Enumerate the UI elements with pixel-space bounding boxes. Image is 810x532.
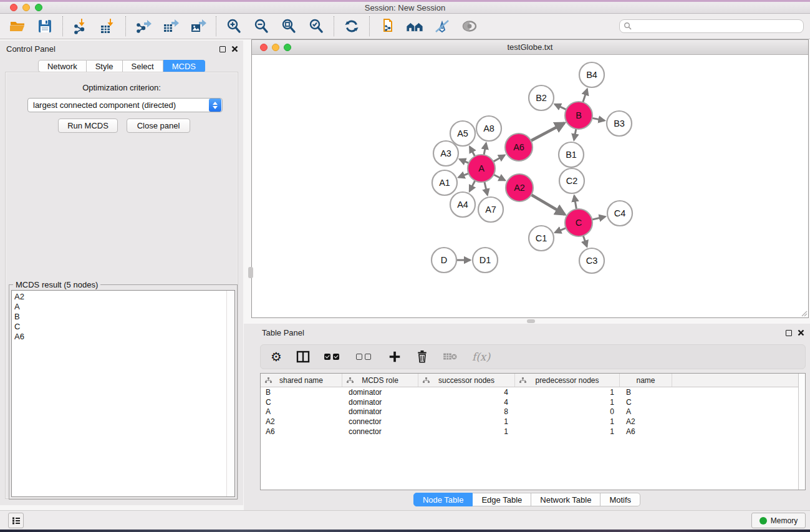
column-header-predecessor-nodes[interactable]: predecessor nodes — [515, 374, 620, 387]
tab-node-table[interactable]: Node Table — [413, 493, 473, 506]
edge-A-A1[interactable] — [458, 173, 469, 178]
node-label-A7: A7 — [485, 205, 496, 215]
table-row[interactable]: A2 connector 1 1 A2 — [261, 417, 798, 427]
import-table-button[interactable] — [99, 17, 117, 35]
edge-C-C2[interactable] — [574, 196, 577, 210]
close-panel-icon[interactable] — [231, 46, 238, 52]
table-row[interactable]: C dominator 4 1 C — [261, 397, 798, 407]
node-label-A8: A8 — [483, 123, 494, 133]
float-panel-icon[interactable] — [219, 46, 226, 52]
table-row[interactable]: A dominator 8 0 A — [261, 407, 798, 417]
tab-select[interactable]: Select — [123, 60, 163, 72]
table-body: B dominator 4 1 B C dominator 4 1 C A do… — [261, 387, 798, 436]
node-label-A3: A3 — [440, 148, 451, 158]
edge-B-B2[interactable] — [555, 104, 567, 110]
tab-style[interactable]: Style — [87, 60, 123, 72]
close-panel-button[interactable]: Close panel — [127, 118, 190, 133]
edge-B-B3[interactable] — [592, 118, 605, 120]
clone-network-button[interactable] — [378, 17, 396, 35]
save-session-button[interactable] — [36, 17, 54, 35]
table-scrollbar[interactable] — [798, 374, 805, 490]
deselect-all-columns-icon[interactable] — [356, 351, 374, 362]
desktop-horizontal-scroll-thumb[interactable] — [527, 319, 535, 323]
column-type-icon — [519, 377, 526, 384]
edge-A-A2[interactable] — [493, 175, 505, 181]
tab-network-table[interactable]: Network Table — [531, 493, 600, 506]
export-image-button[interactable] — [190, 17, 207, 35]
result-list-scrollbar[interactable] — [226, 291, 234, 496]
run-mcds-button[interactable]: Run MCDS — [58, 118, 118, 133]
hide-graphics-details-button[interactable] — [433, 17, 451, 35]
table-row[interactable]: B dominator 4 1 B — [261, 387, 798, 397]
column-header-successor-nodes[interactable]: successor nodes — [418, 374, 515, 387]
export-image-icon — [190, 18, 206, 34]
edge-A-A4[interactable] — [470, 180, 475, 191]
delete-table-icon[interactable] — [443, 351, 458, 362]
zoom-out-button[interactable] — [253, 17, 270, 35]
edge-A-A5[interactable] — [470, 147, 475, 157]
window-resize-grip[interactable] — [800, 309, 808, 317]
edge-A-A6[interactable] — [493, 155, 504, 162]
memory-button[interactable]: Memory — [751, 513, 806, 528]
app-titlebar[interactable]: Session: New Session — [0, 2, 810, 14]
open-session-button[interactable] — [9, 17, 26, 35]
column-header-name[interactable]: name — [620, 374, 672, 387]
edge-B-B1[interactable] — [574, 128, 576, 140]
close-table-panel-icon[interactable] — [798, 329, 804, 336]
network-window-titlebar[interactable]: testGlobe.txt — [252, 40, 808, 55]
control-panel-tabs: Network Style Select MCDS — [0, 60, 243, 72]
select-all-columns-icon[interactable] — [324, 351, 342, 362]
edge-C-C1[interactable] — [555, 228, 566, 233]
table-panel-title: Table Panel — [262, 328, 304, 337]
import-network-icon — [72, 18, 89, 34]
edge-C-C3[interactable] — [583, 235, 587, 246]
desktop-wallpaper-strip — [0, 530, 810, 532]
edge-A-A8[interactable] — [484, 143, 486, 156]
apply-preferred-layout-button[interactable] — [343, 17, 360, 35]
tab-network[interactable]: Network — [38, 60, 87, 72]
edge-A-A3[interactable] — [460, 159, 470, 163]
mcds-result-group: MCDS result (5 nodes) A2 A B C A6 — [9, 284, 238, 500]
desktop-vertical-scroll-thumb[interactable] — [248, 267, 253, 278]
tab-mcds[interactable]: MCDS — [163, 60, 205, 72]
export-network-icon — [135, 18, 152, 34]
table-row[interactable]: A6 connector 1 1 A6 — [261, 427, 798, 437]
column-type-icon — [265, 377, 272, 384]
memory-status-icon — [759, 517, 767, 525]
dropdown-stepper-icon[interactable] — [209, 99, 221, 112]
zoom-in-button[interactable] — [225, 17, 243, 35]
export-table-button[interactable] — [162, 17, 180, 35]
mcds-result-title: MCDS result (5 nodes) — [13, 280, 100, 289]
export-network-button[interactable] — [135, 17, 152, 35]
split-panel-icon[interactable] — [296, 350, 310, 364]
node-label-B3: B3 — [614, 118, 625, 128]
column-settings-icon[interactable]: ⚙ — [271, 351, 282, 363]
mcds-result-list[interactable]: A2 A B C A6 — [11, 290, 235, 497]
show-hide-panels-button[interactable] — [461, 17, 478, 35]
open-cybrowser-button[interactable] — [406, 17, 423, 35]
network-canvas[interactable]: B4B2BB3B1A5A8A3A6AA1A4A7A2C2CC4C1C3DD1 — [252, 55, 808, 317]
node-table: shared name MCDS role successor nodes pr… — [260, 373, 806, 490]
delete-column-icon[interactable] — [416, 350, 428, 364]
edge-A2-C[interactable] — [531, 195, 565, 215]
edge-B-B4[interactable] — [582, 89, 587, 103]
network-graph[interactable]: B4B2BB3B1A5A8A3A6AA1A4A7A2C2CC4C1C3DD1 — [252, 55, 808, 317]
tab-motifs[interactable]: Motifs — [600, 493, 640, 506]
zoom-selected-button[interactable] — [307, 17, 325, 35]
float-table-panel-icon[interactable] — [786, 330, 792, 336]
edge-A6-B[interactable] — [531, 123, 564, 141]
function-builder-icon[interactable]: f(x) — [472, 351, 490, 363]
column-header-shared-name[interactable]: shared name — [261, 374, 342, 387]
tab-edge-table[interactable]: Edge Table — [473, 493, 531, 506]
add-column-icon[interactable] — [388, 350, 402, 364]
search-input[interactable] — [619, 19, 804, 33]
column-header-mcds-role[interactable]: MCDS role — [342, 374, 418, 387]
home-browser-icon — [406, 19, 423, 34]
edge-A-A7[interactable] — [485, 181, 488, 195]
criterion-dropdown[interactable]: largest connected component (directed) — [27, 98, 223, 112]
edge-C-C4[interactable] — [591, 216, 605, 220]
zoom-fit-button[interactable] — [280, 17, 297, 35]
import-network-button[interactable] — [72, 17, 89, 35]
optimization-criterion-label: Optimization criterion: — [6, 83, 238, 92]
show-task-history-button[interactable] — [8, 513, 24, 528]
